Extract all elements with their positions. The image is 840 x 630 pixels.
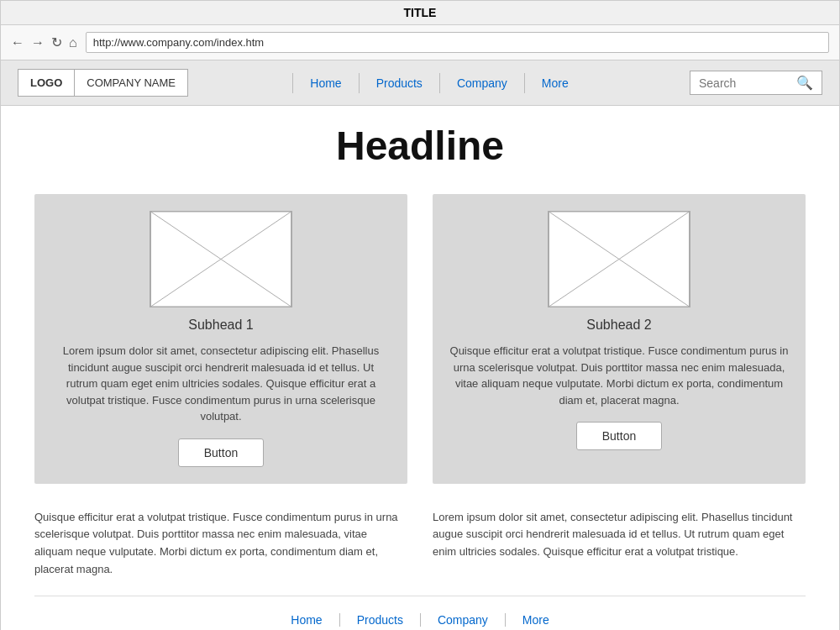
main-content: Headline Subhead 1 Lorem ipsum dolor sit… <box>1 106 839 630</box>
search-area: 🔍 <box>690 71 822 95</box>
footer-link-home[interactable]: Home <box>274 613 339 627</box>
search-icon[interactable]: 🔍 <box>796 75 813 91</box>
page-title: TITLE <box>404 6 437 19</box>
browser-nav-buttons: ← → ↻ ⌂ <box>11 34 77 50</box>
svg-line-4 <box>549 212 689 307</box>
page-headline: Headline <box>34 123 806 169</box>
footer-link-company[interactable]: Company <box>421 613 506 627</box>
nav-link-more[interactable]: More <box>525 73 585 93</box>
card-2-image <box>548 211 690 307</box>
card-1-button[interactable]: Button <box>178 438 264 467</box>
svg-line-1 <box>150 212 291 307</box>
refresh-button[interactable]: ↻ <box>51 34 62 50</box>
card-2-button[interactable]: Button <box>576 422 662 450</box>
svg-line-2 <box>150 212 291 307</box>
company-name: COMPANY NAME <box>75 70 187 96</box>
forward-button[interactable]: → <box>31 35 45 50</box>
home-button[interactable]: ⌂ <box>69 35 77 50</box>
svg-rect-3 <box>549 212 689 307</box>
body-text-right: Lorem ipsum dolor sit amet, consectetur … <box>433 509 806 579</box>
body-text-left: Quisque efficitur erat a volutpat tristi… <box>34 509 407 579</box>
footer-nav: Home Products Company More <box>34 596 806 630</box>
nav-link-products[interactable]: Products <box>360 73 440 93</box>
nav-link-company[interactable]: Company <box>440 73 525 93</box>
card-2: Subhead 2 Quisque efficitur erat a volut… <box>433 194 806 484</box>
nav-link-home[interactable]: Home <box>292 73 359 93</box>
card-1-image <box>150 211 292 307</box>
svg-rect-0 <box>150 212 291 307</box>
card-2-body: Quisque efficitur erat a volutpat tristi… <box>449 343 789 408</box>
address-input[interactable] <box>86 32 829 53</box>
card-1: Subhead 1 Lorem ipsum dolor sit amet, co… <box>34 194 407 484</box>
footer-link-more[interactable]: More <box>506 613 566 627</box>
site-header: LOGO COMPANY NAME Home Products Company … <box>1 60 839 106</box>
back-button[interactable]: ← <box>11 35 24 50</box>
logo: LOGO <box>18 70 75 96</box>
title-bar: TITLE <box>1 1 839 25</box>
search-input[interactable] <box>699 76 791 90</box>
svg-line-5 <box>549 212 689 307</box>
footer-link-products[interactable]: Products <box>340 613 421 627</box>
body-text-row: Quisque efficitur erat a volutpat tristi… <box>34 509 806 579</box>
cards-row: Subhead 1 Lorem ipsum dolor sit amet, co… <box>34 194 806 484</box>
main-nav: Home Products Company More <box>205 73 673 93</box>
logo-area: LOGO COMPANY NAME <box>18 69 188 97</box>
card-1-body: Lorem ipsum dolor sit amet, consectetur … <box>51 343 391 425</box>
address-bar: ← → ↻ ⌂ <box>1 25 839 60</box>
card-2-subhead: Subhead 2 <box>586 318 651 333</box>
card-1-subhead: Subhead 1 <box>188 318 253 333</box>
